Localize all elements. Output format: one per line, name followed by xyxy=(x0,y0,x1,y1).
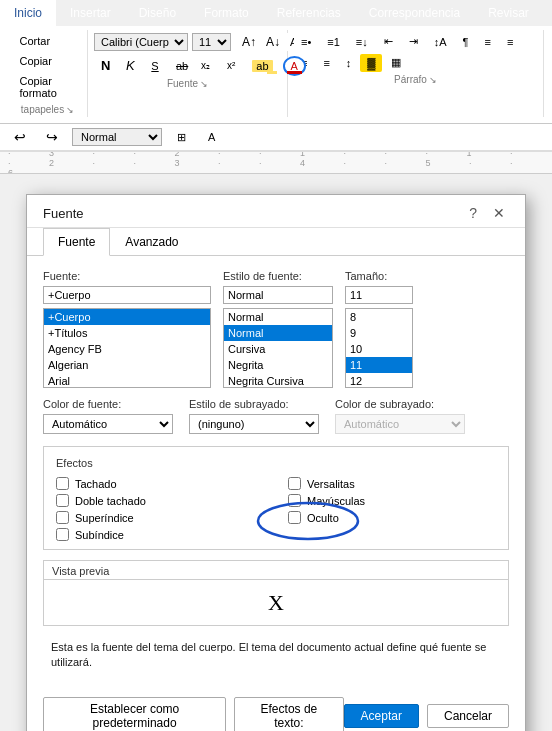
show-marks-button[interactable]: ¶ xyxy=(456,33,476,51)
font-list-item-0[interactable]: +Cuerpo xyxy=(44,309,210,325)
oculto-checkbox[interactable] xyxy=(288,511,301,524)
indent-decrease-button[interactable]: ⇤ xyxy=(377,32,400,51)
font-list-item-4[interactable]: Arial xyxy=(44,373,210,388)
superscript-button[interactable]: x² xyxy=(220,57,242,74)
style-list-item-4[interactable]: Negrita Cursiva xyxy=(224,373,332,388)
align-center-button[interactable]: ≡ xyxy=(500,33,520,51)
toolbar-row2: ↩ ↪ Normal ⊞ A xyxy=(0,124,552,152)
subscript-button[interactable]: x₂ xyxy=(194,57,217,74)
tab-inicio[interactable]: Inicio xyxy=(0,0,56,26)
decrease-font-btn[interactable]: A↓ xyxy=(259,32,279,52)
size-list[interactable]: 8 9 10 11 12 xyxy=(345,308,413,388)
style-list-item-1[interactable]: Normal xyxy=(224,325,332,341)
bold-button[interactable]: N xyxy=(94,55,116,76)
tab-revisar[interactable]: Revisar xyxy=(474,0,543,26)
multilevel-button[interactable]: ≡↓ xyxy=(349,33,375,51)
doble-tachado-checkbox[interactable] xyxy=(56,494,69,507)
align-left-button[interactable]: ≡ xyxy=(478,33,498,51)
tachado-checkbox[interactable] xyxy=(56,477,69,490)
italic-button[interactable]: K xyxy=(119,55,141,76)
underline-color-select[interactable]: Automático xyxy=(335,414,465,434)
justify-button[interactable]: ≡ xyxy=(316,54,336,72)
format-painter-button[interactable]: Copiar formato xyxy=(13,72,83,102)
font-fields-row: Fuente: +Cuerpo +Títulos Agency FB Alger… xyxy=(43,270,509,388)
cancel-button[interactable]: Cancelar xyxy=(427,704,509,728)
size-list-item-2[interactable]: 10 xyxy=(346,341,412,357)
clear-style-button[interactable]: A xyxy=(201,128,222,146)
effects-grid: Tachado Versalitas Doble tachado Mayúscu… xyxy=(56,477,496,541)
versalitas-checkbox[interactable] xyxy=(288,477,301,490)
tab-avanzado[interactable]: Avanzado xyxy=(110,228,193,256)
dialog-titlebar: Fuente ? ✕ xyxy=(27,195,525,228)
increase-font-btn[interactable]: A↑ xyxy=(235,32,255,52)
font-list-item-1[interactable]: +Títulos xyxy=(44,325,210,341)
font-list-item-3[interactable]: Algerian xyxy=(44,357,210,373)
underline-style-select[interactable]: (ninguno) xyxy=(189,414,319,434)
size-name-input[interactable] xyxy=(345,286,413,304)
borders-button[interactable]: ▦ xyxy=(384,53,408,72)
dialog-help-button[interactable]: ? xyxy=(465,205,481,221)
numbering-button[interactable]: ≡1 xyxy=(320,33,347,51)
footer-right: Aceptar Cancelar xyxy=(344,704,509,728)
cut-button[interactable]: Cortar xyxy=(13,32,83,50)
dialog-close-button[interactable]: ✕ xyxy=(489,205,509,221)
effect-superindice: Superíndice xyxy=(56,511,264,524)
style-field-label: Estilo de fuente: xyxy=(223,270,333,282)
tab-formato[interactable]: Formato xyxy=(190,0,263,26)
sort-button[interactable]: ↕A xyxy=(427,33,454,51)
font-field-group: Fuente: +Cuerpo +Títulos Agency FB Alger… xyxy=(43,270,211,388)
undo-button[interactable]: ↩ xyxy=(8,126,32,148)
style-select[interactable]: Normal xyxy=(72,128,162,146)
style-name-input[interactable] xyxy=(223,286,333,304)
line-spacing-button[interactable]: ↕ xyxy=(339,54,359,72)
font-color-select[interactable]: Automático xyxy=(43,414,173,434)
style-list-item-3[interactable]: Negrita xyxy=(224,357,332,373)
size-list-item-0[interactable]: 8 xyxy=(346,309,412,325)
tab-diseno[interactable]: Diseño xyxy=(125,0,190,26)
style-list-item-0[interactable]: Normal xyxy=(224,309,332,325)
size-list-item-1[interactable]: 9 xyxy=(346,325,412,341)
size-list-item-4[interactable]: 12 xyxy=(346,373,412,388)
bullets-button[interactable]: ≡• xyxy=(294,33,318,51)
subindice-checkbox[interactable] xyxy=(56,528,69,541)
effect-oculto: Oculto xyxy=(288,511,496,524)
shading-button[interactable]: ▓ xyxy=(360,54,382,72)
ribbon: Inicio Insertar Diseño Formato Referenci… xyxy=(0,0,552,174)
font-name-input[interactable] xyxy=(43,286,211,304)
style-options-button[interactable]: ⊞ xyxy=(170,128,193,147)
style-list[interactable]: Normal Normal Cursiva Negrita Negrita Cu… xyxy=(223,308,333,388)
style-list-item-2[interactable]: Cursiva xyxy=(224,341,332,357)
subindice-label: Subíndice xyxy=(75,529,124,541)
text-highlight-button[interactable]: ab xyxy=(245,57,279,75)
ribbon-sections: Cortar Copiar Copiar formato tapapeles ↘… xyxy=(8,30,544,117)
underline-button[interactable]: S xyxy=(144,57,166,75)
font-list[interactable]: +Cuerpo +Títulos Agency FB Algerian Aria… xyxy=(43,308,211,388)
font-color-label: Color de fuente: xyxy=(43,398,173,410)
superindice-checkbox[interactable] xyxy=(56,511,69,524)
set-default-button[interactable]: Establecer como predeterminado xyxy=(43,697,226,731)
font-color-button[interactable]: A xyxy=(283,56,306,76)
tab-referencias[interactable]: Referencias xyxy=(263,0,355,26)
tab-insertar[interactable]: Insertar xyxy=(56,0,125,26)
mayusculas-checkbox[interactable] xyxy=(288,494,301,507)
text-effects-button[interactable]: Efectos de texto: xyxy=(234,697,343,731)
accept-button[interactable]: Aceptar xyxy=(344,704,419,728)
preview-label: Vista previa xyxy=(44,561,508,579)
size-field-group: Tamaño: 8 9 10 11 12 xyxy=(345,270,413,388)
oculto-label: Oculto xyxy=(307,512,339,524)
tab-fuente[interactable]: Fuente xyxy=(43,228,110,256)
indent-increase-button[interactable]: ⇥ xyxy=(402,32,425,51)
ribbon-tab-bar: Inicio Insertar Diseño Formato Referenci… xyxy=(0,0,552,26)
strikethrough-button[interactable]: ab xyxy=(169,57,191,75)
font-name-select[interactable]: Calibri (Cuerp xyxy=(94,33,188,51)
size-list-item-3[interactable]: 11 xyxy=(346,357,412,373)
versalitas-label: Versalitas xyxy=(307,478,355,490)
redo-button[interactable]: ↪ xyxy=(40,126,64,148)
dialog-overlay: Fuente ? ✕ Fuente Avanzado Fuente: +Cuer… xyxy=(0,174,552,731)
font-list-item-2[interactable]: Agency FB xyxy=(44,341,210,357)
tab-correspondencia[interactable]: Correspondencia xyxy=(355,0,474,26)
font-size-select[interactable]: 11 xyxy=(192,33,231,51)
preview-description: Esta es la fuente del tema del cuerpo. E… xyxy=(43,634,509,677)
copy-button[interactable]: Copiar xyxy=(13,52,83,70)
color-underline-row: Color de fuente: Automático Estilo de su… xyxy=(43,398,509,434)
